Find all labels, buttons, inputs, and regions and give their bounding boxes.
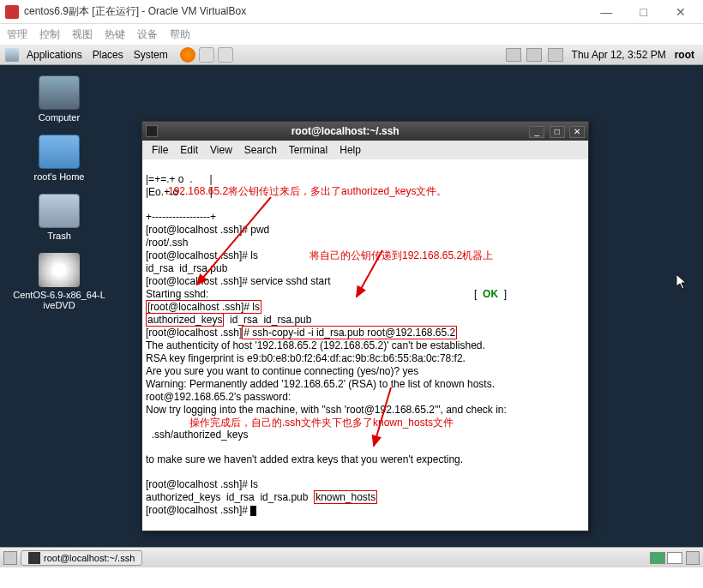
annotation-text: 将自己的公钥传递到192.168.65.2机器上 (309, 249, 493, 261)
trash-applet-icon[interactable] (686, 551, 700, 565)
vb-menu-item[interactable]: 控制 (39, 27, 60, 42)
terminal-cursor (250, 506, 256, 516)
terminal-icon (28, 552, 40, 564)
system-menu[interactable]: System (129, 49, 173, 61)
terminal-menu-help[interactable]: Help (335, 144, 365, 156)
trash-icon[interactable]: Trash (12, 194, 106, 241)
show-desktop-icon[interactable] (3, 551, 17, 565)
livedvd-icon[interactable]: CentOS-6.9-x86_64-LiveDVD (12, 253, 106, 310)
gnome-desktop: Applications Places System Thu Apr 12, 3… (0, 45, 703, 567)
battery-icon[interactable] (548, 48, 563, 62)
panel-launcher-icon[interactable] (218, 47, 233, 63)
taskbar-button[interactable]: root@localhost:~/.ssh (21, 550, 142, 566)
terminal-menu-file[interactable]: File (147, 144, 172, 156)
gnome-bottom-panel: root@localhost:~/.ssh (0, 547, 703, 567)
virtualbox-title: centos6.9副本 [正在运行] - Oracle VM VirtualBo… (24, 4, 589, 19)
user-menu[interactable]: root (675, 49, 694, 61)
vb-menu-item[interactable]: 管理 (7, 27, 27, 42)
gnome-foot-icon (5, 48, 19, 62)
terminal-title: root@localhost:~/.ssh (163, 125, 527, 137)
mouse-cursor (676, 274, 688, 293)
computer-icon[interactable]: Computer (12, 75, 106, 123)
terminal-body[interactable]: |=+=.+ o . | |Eo.+.o . | 192.168.65.2将公钥… (142, 159, 588, 531)
virtualbox-titlebar: centos6.9副本 [正在运行] - Oracle VM VirtualBo… (0, 0, 703, 24)
terminal-menu-view[interactable]: View (206, 144, 237, 156)
terminal-icon (146, 125, 158, 137)
gnome-top-panel: Applications Places System Thu Apr 12, 3… (0, 45, 703, 65)
workspace-switcher[interactable] (650, 552, 665, 564)
panel-launcher-icon[interactable] (199, 47, 214, 63)
highlighted-file: authorized_keys (146, 313, 224, 327)
workspace-switcher[interactable] (667, 552, 682, 564)
terminal-close-button[interactable]: ✕ (569, 126, 585, 138)
virtualbox-icon (5, 5, 19, 19)
network-icon[interactable] (526, 48, 542, 62)
icon-label: root's Home (34, 171, 85, 182)
terminal-menu-search[interactable]: Search (240, 144, 281, 156)
virtualbox-menubar[interactable]: 管理 控制 视图 热键 设备 帮助 (0, 24, 703, 45)
annotation-text: 192.168.65.2将公钥传过来后，多出了authorized_keys文件… (168, 185, 447, 197)
system-tray (503, 48, 563, 62)
vb-menu-item[interactable]: 帮助 (170, 27, 190, 42)
applications-menu[interactable]: Applications (21, 49, 87, 61)
vb-menu-item[interactable]: 设备 (137, 27, 158, 42)
icon-label: CentOS-6.9-x86_64-LiveDVD (12, 290, 106, 310)
highlighted-command: # ssh-copy-id -i id_rsa.pub root@192.168… (242, 326, 457, 339)
icon-label: Trash (47, 231, 71, 241)
terminal-menubar[interactable]: File Edit View Search Terminal Help (142, 141, 588, 159)
vb-menu-item[interactable]: 热键 (105, 27, 125, 42)
terminal-maximize-button[interactable]: □ (550, 126, 565, 138)
volume-icon[interactable] (506, 48, 521, 62)
home-folder-icon[interactable]: root's Home (12, 135, 106, 182)
firefox-icon[interactable] (180, 47, 195, 63)
vb-menu-item[interactable]: 视图 (72, 27, 93, 42)
taskbar-label: root@localhost:~/.ssh (44, 553, 135, 563)
terminal-window: root@localhost:~/.ssh _ □ ✕ File Edit Vi… (141, 121, 589, 531)
highlighted-file: known_hosts (314, 490, 377, 504)
clock[interactable]: Thu Apr 12, 3:52 PM (572, 49, 666, 61)
terminal-titlebar[interactable]: root@localhost:~/.ssh _ □ ✕ (142, 122, 588, 141)
icon-label: Computer (39, 112, 80, 123)
vb-maximize-button[interactable]: □ (627, 5, 661, 19)
terminal-menu-edit[interactable]: Edit (176, 144, 202, 156)
terminal-menu-terminal[interactable]: Terminal (285, 144, 332, 156)
vb-minimize-button[interactable]: — (589, 5, 623, 19)
desktop-icons: Computer root's Home Trash CentOS-6.9-x8… (12, 75, 106, 322)
terminal-minimize-button[interactable]: _ (529, 126, 544, 138)
highlighted-prompt: [root@localhost .ssh]# ls (146, 300, 261, 314)
places-menu[interactable]: Places (87, 49, 129, 61)
vb-close-button[interactable]: ✕ (664, 5, 698, 19)
annotation-text: 操作完成后，自己的.ssh文件夹下也多了known_hosts文件 (189, 417, 454, 429)
